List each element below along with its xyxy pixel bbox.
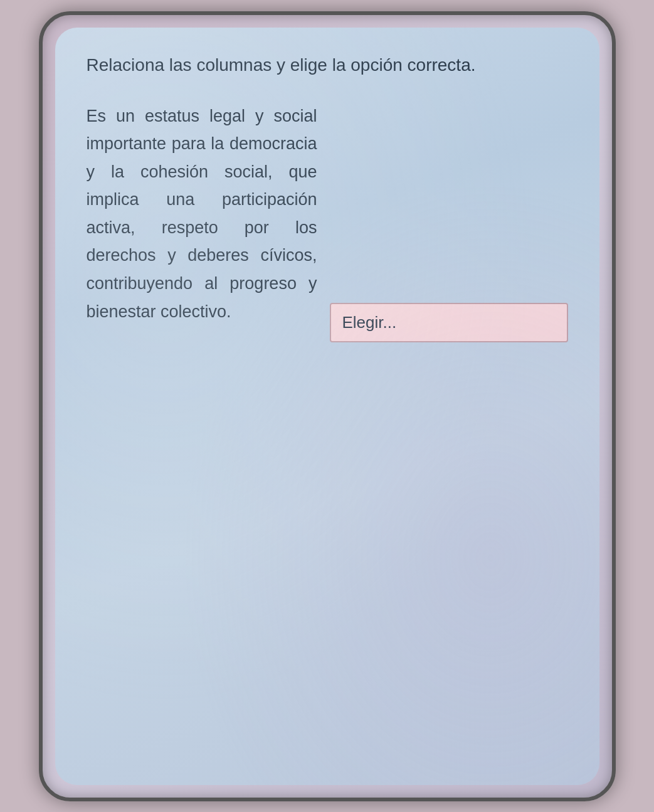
columns-container: Es un estatus legal y social importante … [87, 102, 568, 342]
instruction-text: Relaciona las columnas y elige la opción… [87, 53, 568, 77]
right-column: Elegir... [330, 102, 568, 342]
elegir-dropdown[interactable]: Elegir... [330, 303, 568, 342]
screen: Relaciona las columnas y elige la opción… [55, 28, 599, 785]
left-column-text: Es un estatus legal y social importante … [87, 102, 317, 325]
paragraph-text: Es un estatus legal y social importante … [87, 107, 317, 321]
dropdown-label: Elegir... [342, 313, 397, 332]
phone-frame: Relaciona las columnas y elige la opción… [39, 11, 616, 801]
content-area: Relaciona las columnas y elige la opción… [55, 28, 599, 785]
